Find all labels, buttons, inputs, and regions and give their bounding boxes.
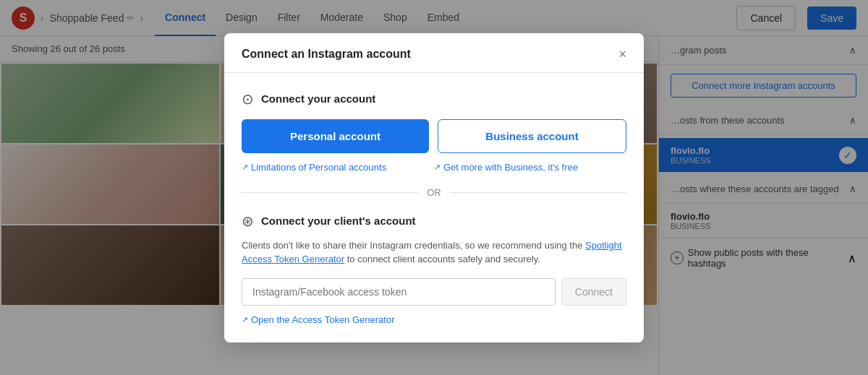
modal-close-button[interactable]: ×: [618, 48, 626, 61]
account-links: ↗ Limitations of Personal accounts ↗ Get…: [242, 162, 626, 173]
token-input-row: Connect: [242, 278, 626, 306]
divider-line-right: [450, 192, 626, 193]
or-text: OR: [427, 187, 441, 198]
business-account-button[interactable]: Business account: [438, 119, 626, 153]
token-input[interactable]: [242, 278, 556, 306]
personal-account-button[interactable]: Personal account: [242, 119, 429, 153]
connect-instagram-modal: Connect an Instagram account × ⊙ Connect…: [224, 33, 644, 342]
modal-overlay: Connect an Instagram account × ⊙ Connect…: [0, 0, 868, 375]
connect-account-title: Connect your account: [261, 92, 375, 105]
user-circle-icon: ⊙: [242, 90, 254, 108]
account-buttons: Personal account Business account: [242, 119, 626, 153]
connect-account-heading: ⊙ Connect your account: [242, 90, 626, 108]
external-link-icon-3: ↗: [242, 315, 248, 324]
connect-client-heading: ⊛ Connect your client's account: [242, 212, 626, 230]
modal-body: ⊙ Connect your account Personal account …: [224, 73, 644, 342]
connect-client-title: Connect your client's account: [261, 215, 416, 227]
modal-header: Connect an Instagram account ×: [224, 33, 644, 73]
modal-title: Connect an Instagram account: [242, 48, 411, 61]
or-divider: OR: [242, 187, 626, 198]
open-generator-link[interactable]: ↗ Open the Access Token Generator: [242, 314, 626, 325]
external-link-icon-2: ↗: [434, 163, 441, 172]
limitations-link[interactable]: ↗ Limitations of Personal accounts: [242, 162, 434, 173]
user-lock-icon: ⊛: [242, 212, 254, 230]
divider-line-left: [242, 192, 418, 193]
get-more-link[interactable]: ↗ Get more with Business, it's free: [434, 162, 626, 173]
client-description: Clients don't like to share their Instag…: [242, 238, 626, 267]
external-link-icon: ↗: [242, 163, 248, 172]
connect-token-button[interactable]: Connect: [561, 278, 626, 306]
